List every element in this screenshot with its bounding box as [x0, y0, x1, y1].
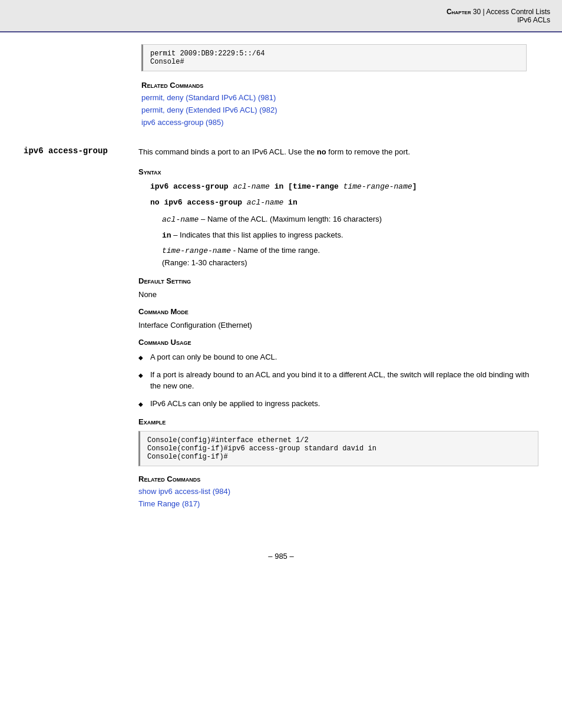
command-mode-section: Command Mode Interface Configuration (Et…: [138, 307, 538, 330]
top-related-link-3[interactable]: ipv6 access-group (985): [141, 117, 538, 129]
command-name: ipv6 access-group: [24, 146, 138, 528]
chapter-number: 30: [473, 8, 481, 16]
example-line-1: Console(config)#interface ethernet 1/2: [147, 436, 531, 444]
usage-item-3: IPv6 ACLs can only be applied to ingress…: [138, 398, 538, 410]
header-subtitle: IPv6 ACLs: [447, 16, 550, 24]
page-header: Chapter 30 | Access Control Lists IPv6 A…: [0, 0, 562, 32]
syntax-section: Syntax ipv6 access-group acl-name in [ti…: [138, 167, 538, 269]
top-related-commands: Related Commands permit, deny (Standard …: [141, 81, 538, 129]
no-keyword-2: no ipv6 access-group: [150, 198, 242, 207]
page-content: permit 2009:DB9:2229:5::/64 Console# Rel…: [0, 32, 562, 584]
bottom-related-commands: Related Commands show ipv6 access-list (…: [138, 475, 538, 510]
in-keyword-2: in: [288, 198, 297, 207]
command-mode-label: Command Mode: [138, 307, 538, 316]
param-list: acl-name – Name of the ACL. (Maximum len…: [162, 213, 538, 268]
param-item-acl-name: acl-name – Name of the ACL. (Maximum len…: [162, 213, 538, 226]
param-item-in: in – Indicates that this list applies to…: [162, 229, 538, 242]
top-related-commands-label: Related Commands: [141, 81, 538, 90]
header-chapter-line: Chapter 30 | Access Control Lists: [447, 8, 550, 16]
param-name-time-range: time-range-name: [162, 246, 231, 255]
chapter-label: Chapter: [447, 8, 471, 16]
bottom-related-commands-label: Related Commands: [138, 475, 538, 483]
usage-item-1: A port can only be bound to one ACL.: [138, 351, 538, 363]
syntax-line-2: no ipv6 access-group acl-name in: [150, 197, 538, 209]
syntax-line-1: ipv6 access-group acl-name in [time-rang…: [150, 181, 538, 193]
example-section: Example Console(config)#interface ethern…: [138, 417, 538, 466]
default-setting-section: Default Setting None: [138, 276, 538, 299]
no-keyword: no: [317, 147, 326, 156]
command-description: This command binds a port to an IPv6 ACL…: [138, 146, 538, 158]
param-name-in: in: [162, 231, 171, 240]
usage-item-2: If a port is already bound to an ACL and…: [138, 369, 538, 392]
param-time-range-name: time-range-name: [343, 182, 412, 191]
bottom-related-link-2[interactable]: Time Range (817): [138, 498, 538, 510]
page-number: – 985 –: [24, 552, 538, 561]
param-acl-name-1: acl-name: [233, 182, 269, 191]
command-body: This command binds a port to an IPv6 ACL…: [138, 146, 538, 528]
syntax-label: Syntax: [138, 167, 538, 176]
command-usage-label: Command Usage: [138, 338, 538, 347]
usage-list: A port can only be bound to one ACL. If …: [138, 351, 538, 409]
in-keyword-1: in: [275, 182, 284, 191]
top-related-link-1[interactable]: permit, deny (Standard IPv6 ACL) (981): [141, 92, 538, 104]
code-line-2: Console#: [150, 58, 519, 66]
example-line-3: Console(config-if)#: [147, 453, 531, 461]
command-usage-section: Command Usage A port can only be bound t…: [138, 338, 538, 409]
bottom-related-link-1[interactable]: show ipv6 access-list (984): [138, 486, 538, 498]
example-line-2: Console(config-if)#ipv6 access-group sta…: [147, 444, 531, 453]
example-code-block: Console(config)#interface ethernet 1/2 C…: [138, 431, 538, 466]
code-line-1: permit 2009:DB9:2229:5::/64: [150, 50, 519, 58]
header-right: Chapter 30 | Access Control Lists IPv6 A…: [447, 8, 550, 24]
param-acl-name-2: acl-name: [247, 198, 283, 207]
example-label: Example: [138, 417, 538, 426]
top-code-block: permit 2009:DB9:2229:5::/64 Console#: [141, 44, 527, 71]
top-related-link-2[interactable]: permit, deny (Extended IPv6 ACL) (982): [141, 104, 538, 117]
default-setting-label: Default Setting: [138, 276, 538, 285]
time-range-keyword: time-range: [293, 182, 339, 191]
param-item-time-range-name: time-range-name - Name of the time range…: [162, 245, 538, 268]
command-entry: ipv6 access-group This command binds a p…: [24, 146, 538, 528]
command-mode-value: Interface Configuration (Ethernet): [138, 321, 538, 330]
header-title: Access Control Lists: [486, 8, 550, 16]
default-setting-value: None: [138, 290, 538, 299]
param-name-acl: acl-name: [162, 215, 199, 224]
